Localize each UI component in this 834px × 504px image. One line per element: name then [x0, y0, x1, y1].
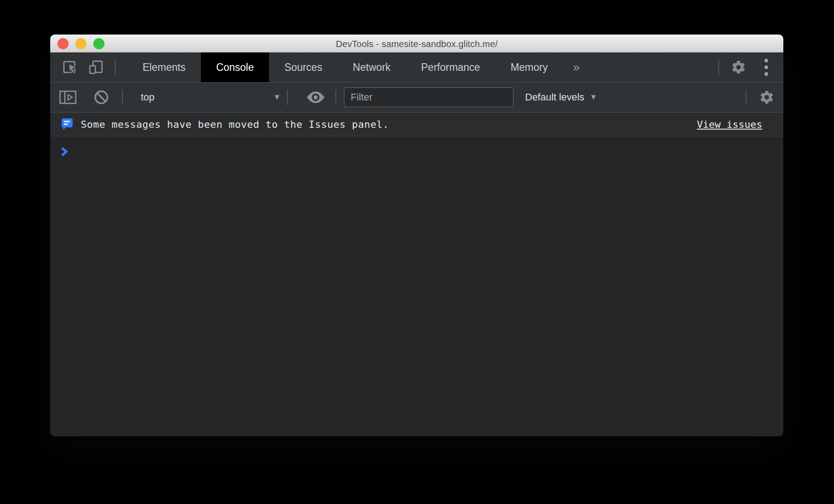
- message-bubble-icon: [61, 118, 73, 130]
- titlebar: DevTools - samesite-sandbox.glitch.me/: [50, 35, 783, 52]
- tab-elements[interactable]: Elements: [127, 52, 201, 82]
- console-output[interactable]: [50, 136, 783, 436]
- clear-console-icon[interactable]: [93, 89, 109, 105]
- tab-memory[interactable]: Memory: [495, 52, 563, 82]
- devtools-window: DevTools - samesite-sandbox.glitch.me/ E…: [50, 35, 783, 436]
- console-prompt-icon[interactable]: [61, 146, 68, 159]
- window-title: DevTools - samesite-sandbox.glitch.me/: [50, 35, 783, 52]
- filter-input[interactable]: [344, 87, 513, 107]
- tab-network[interactable]: Network: [338, 52, 406, 82]
- tab-console[interactable]: Console: [201, 52, 269, 82]
- divider: [115, 60, 116, 75]
- log-levels-selector[interactable]: Default levels ▼: [525, 91, 597, 103]
- context-value: top: [141, 91, 155, 103]
- issues-infobar: Some messages have been moved to the Iss…: [50, 113, 783, 136]
- divider: [122, 90, 123, 105]
- console-settings-gear-icon[interactable]: [759, 90, 774, 105]
- divider: [287, 90, 288, 105]
- view-issues-link[interactable]: View issues: [697, 119, 762, 130]
- console-toolbar: top ▼ Default levels ▼: [50, 83, 783, 113]
- more-tabs-icon[interactable]: »: [563, 52, 590, 82]
- inspect-icon[interactable]: [62, 60, 77, 75]
- caret-down-icon: ▼: [590, 93, 597, 102]
- divider: [746, 90, 747, 105]
- devtools-tabbar: Elements Console Sources Network Perform…: [50, 52, 783, 83]
- levels-value: Default levels: [525, 91, 584, 103]
- eye-icon[interactable]: [306, 91, 325, 104]
- infobar-message: Some messages have been moved to the Iss…: [81, 119, 389, 130]
- caret-down-icon: ▼: [273, 93, 281, 102]
- panel-tabs: Elements Console Sources Network Perform…: [127, 52, 590, 82]
- divider: [335, 90, 336, 105]
- more-options-icon[interactable]: [764, 58, 769, 76]
- tab-sources[interactable]: Sources: [269, 52, 337, 82]
- tab-performance[interactable]: Performance: [406, 52, 495, 82]
- divider: [718, 60, 719, 75]
- javascript-context-selector[interactable]: top ▼: [135, 83, 287, 112]
- settings-gear-icon[interactable]: [731, 60, 746, 75]
- device-toolbar-icon[interactable]: [88, 59, 104, 75]
- console-sidebar-icon[interactable]: [59, 90, 77, 105]
